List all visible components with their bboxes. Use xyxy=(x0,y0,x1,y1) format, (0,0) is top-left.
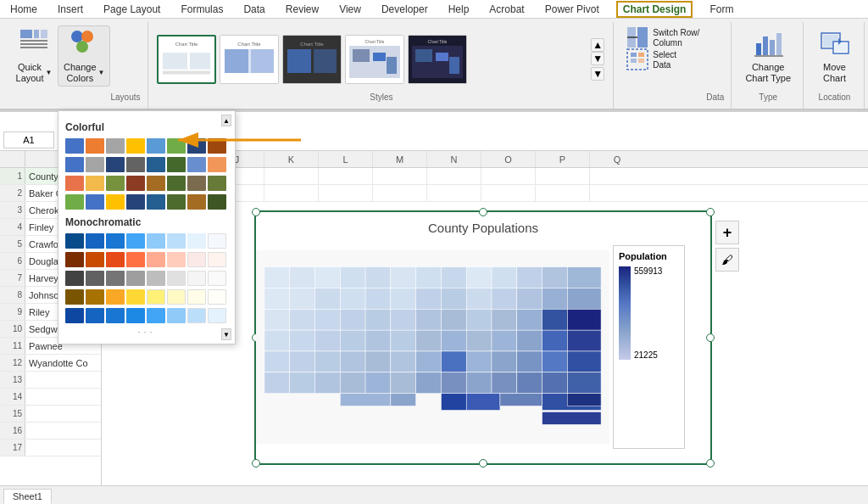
swatch[interactable] xyxy=(126,308,145,323)
style-thumb-3[interactable]: Chart Title xyxy=(282,35,342,84)
col-header-k[interactable]: K xyxy=(264,151,319,167)
swatch[interactable] xyxy=(187,289,206,305)
cell-a17[interactable] xyxy=(25,440,101,456)
swatch[interactable] xyxy=(65,194,84,210)
menu-view[interactable]: View xyxy=(336,2,364,17)
chart-handle-bc[interactable] xyxy=(479,459,487,468)
cell-a13[interactable] xyxy=(25,372,101,388)
chart-style-button[interactable]: 🖌 xyxy=(715,248,739,272)
col-header-p[interactable]: P xyxy=(536,151,590,167)
swatch[interactable] xyxy=(167,194,186,210)
col-header-o[interactable]: O xyxy=(481,151,536,167)
swatch[interactable] xyxy=(86,233,104,249)
swatch[interactable] xyxy=(106,233,125,249)
menu-acrobat[interactable]: Acrobat xyxy=(486,2,527,17)
move-chart-button[interactable]: Move Chart xyxy=(813,25,857,87)
col-header-l[interactable]: L xyxy=(319,151,373,167)
swatch[interactable] xyxy=(208,308,226,323)
swatch[interactable] xyxy=(208,194,226,210)
swatch[interactable] xyxy=(208,271,226,286)
swatch[interactable] xyxy=(187,157,206,172)
swatch[interactable] xyxy=(65,308,84,323)
swatch[interactable] xyxy=(106,194,125,210)
swatch[interactable] xyxy=(147,138,165,154)
swatch[interactable] xyxy=(86,271,104,286)
styles-scroll-down[interactable]: ▼ xyxy=(591,52,604,65)
swatch[interactable] xyxy=(167,308,186,323)
swatch[interactable] xyxy=(167,252,186,267)
swatch[interactable] xyxy=(126,233,145,249)
swatch[interactable] xyxy=(167,271,186,286)
menu-insert[interactable]: Insert xyxy=(54,2,86,17)
chart-handle-tl[interactable] xyxy=(252,208,260,216)
chart-container[interactable]: + 🖌 County Populations xyxy=(254,210,712,465)
swatch[interactable] xyxy=(86,308,104,323)
swatch[interactable] xyxy=(167,176,186,191)
swatch[interactable] xyxy=(126,138,145,154)
menu-data[interactable]: Data xyxy=(240,2,268,17)
swatch[interactable] xyxy=(208,157,226,172)
swatch[interactable] xyxy=(167,138,186,154)
swatch[interactable] xyxy=(208,138,226,154)
name-box[interactable] xyxy=(3,132,54,148)
swatch[interactable] xyxy=(86,289,104,305)
swatch[interactable] xyxy=(187,308,206,323)
menu-developer[interactable]: Developer xyxy=(378,2,431,17)
col-header-m[interactable]: M xyxy=(373,151,427,167)
chart-handle-tc[interactable] xyxy=(479,208,487,216)
menu-formulas[interactable]: Formulas xyxy=(177,2,226,17)
swatch[interactable] xyxy=(147,289,165,305)
swatch[interactable] xyxy=(187,176,206,191)
style-thumb-1[interactable]: Chart Title xyxy=(157,35,216,84)
swatch[interactable] xyxy=(187,194,206,210)
swatch[interactable] xyxy=(86,252,104,267)
swatch[interactable] xyxy=(147,194,165,210)
swatch[interactable] xyxy=(147,308,165,323)
style-thumb-5[interactable]: Chart Title xyxy=(408,35,467,84)
swatch[interactable] xyxy=(187,233,206,249)
swatch[interactable] xyxy=(106,157,125,172)
cell-a14[interactable] xyxy=(25,389,101,405)
change-colors-button[interactable]: Change Colors ▼ xyxy=(58,25,110,87)
switch-row-col-button[interactable]: Switch Row/Column xyxy=(622,29,703,48)
chart-handle-mr[interactable] xyxy=(706,333,715,342)
styles-scroll-up[interactable]: ▲ xyxy=(591,38,604,52)
swatch[interactable] xyxy=(126,176,145,191)
swatch[interactable] xyxy=(65,138,84,154)
swatch[interactable] xyxy=(86,157,104,172)
chart-add-element-button[interactable]: + xyxy=(715,221,739,244)
col-header-n[interactable]: N xyxy=(427,151,481,167)
quick-layout-button[interactable]: Quick Layout ▼ xyxy=(10,25,58,87)
swatch[interactable] xyxy=(147,157,165,172)
menu-page-layout[interactable]: Page Layout xyxy=(100,2,164,17)
swatch[interactable] xyxy=(65,233,84,249)
menu-home[interactable]: Home xyxy=(7,2,41,17)
swatch[interactable] xyxy=(208,233,226,249)
cell-a12[interactable]: Wyandotte Co xyxy=(25,355,101,371)
swatch[interactable] xyxy=(65,289,84,305)
swatch[interactable] xyxy=(147,271,165,286)
swatch[interactable] xyxy=(208,252,226,267)
chart-handle-br[interactable] xyxy=(706,459,715,468)
swatch[interactable] xyxy=(147,176,165,191)
swatch[interactable] xyxy=(126,289,145,305)
swatch[interactable] xyxy=(167,289,186,305)
swatch[interactable] xyxy=(167,157,186,172)
cell-a15[interactable] xyxy=(25,406,101,422)
cell-a16[interactable] xyxy=(25,423,101,439)
col-header-q[interactable]: Q xyxy=(590,151,644,167)
swatch[interactable] xyxy=(187,252,206,267)
color-scroll-up[interactable]: ▲ xyxy=(221,115,231,126)
color-scroll-down[interactable]: ▼ xyxy=(221,328,231,340)
swatch[interactable] xyxy=(65,252,84,267)
swatch[interactable] xyxy=(86,176,104,191)
menu-form[interactable]: Form xyxy=(706,2,737,17)
chart-handle-bl[interactable] xyxy=(252,459,260,468)
swatch[interactable] xyxy=(147,252,165,267)
swatch[interactable] xyxy=(65,271,84,286)
swatch[interactable] xyxy=(126,194,145,210)
change-chart-type-button[interactable]: Change Chart Type xyxy=(740,25,796,87)
styles-expand[interactable]: ▼ xyxy=(591,67,604,81)
swatch[interactable] xyxy=(208,176,226,191)
swatch[interactable] xyxy=(106,176,125,191)
